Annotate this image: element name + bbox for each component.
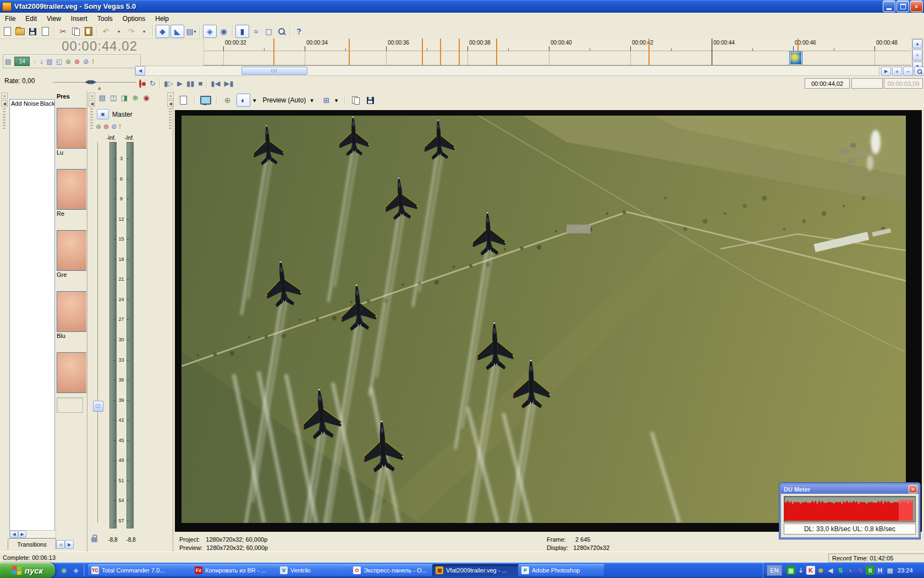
tray-download-master-icon[interactable]: ⇣ xyxy=(796,566,805,575)
close-icon[interactable]: × xyxy=(909,485,917,493)
solo-icon[interactable]: ! xyxy=(92,58,94,65)
master-fader-handle[interactable] xyxy=(93,401,103,412)
loop-playback-button[interactable]: ↻ xyxy=(150,80,156,87)
preset-thumbnail[interactable] xyxy=(57,352,86,393)
close-icon[interactable]: × xyxy=(1,92,8,99)
menu-view[interactable]: View xyxy=(42,14,66,24)
toolbar-selection-edit-tool[interactable]: ▢ xyxy=(262,25,275,37)
tray-print-spooler-icon[interactable]: ▤ xyxy=(886,566,894,575)
fx-list-item[interactable]: Black Restore xyxy=(39,100,55,107)
du-meter-titlebar[interactable]: DU Meter × xyxy=(781,484,919,494)
taskbar-button-vegas[interactable]: ▦Vfat2009trailer.veg - ... xyxy=(432,564,522,576)
master-fader-track[interactable] xyxy=(97,142,98,523)
toolbar-auto-ripple[interactable]: ◈ xyxy=(203,25,217,38)
toolbar-redo-dropdown[interactable]: ▾ xyxy=(138,25,150,37)
taskbar-button-ventrilo[interactable]: VVentrilo xyxy=(277,564,354,576)
tray-daemon-tools-icon[interactable]: ⊛ xyxy=(816,566,825,575)
delete-keyframe-icon[interactable]: ▨ xyxy=(46,58,52,65)
preset-thumbnail[interactable] xyxy=(57,169,86,210)
tray-traffic-inspector-icon[interactable]: ti xyxy=(866,566,875,575)
insert-bus-icon[interactable]: ◫ xyxy=(108,92,119,102)
tray-punto-switcher-icon[interactable]: ϟ xyxy=(856,566,865,575)
toolbar-project-properties[interactable] xyxy=(39,25,52,37)
duplicate-icon[interactable]: ◱ xyxy=(56,58,62,65)
cursor-time-display[interactable]: 00:00:44,02 xyxy=(805,78,850,89)
mute-icon[interactable]: ⊘ xyxy=(83,58,89,65)
tray-ics-manager-icon[interactable]: H xyxy=(876,566,884,575)
taskbar-button-opera[interactable]: OЭкспресс-панель - O... xyxy=(350,564,436,576)
save-snapshot-icon[interactable] xyxy=(364,94,377,106)
insert-input-bus-icon[interactable]: ⊕ xyxy=(130,92,141,102)
toolbar-undo-dropdown[interactable]: ▾ xyxy=(112,25,125,37)
menu-options[interactable]: Options xyxy=(118,14,150,24)
toolbar-new-project[interactable] xyxy=(1,25,14,37)
toolbar-lock-envelopes[interactable]: ◉ xyxy=(217,25,230,37)
tray-du-meter-icon[interactable]: ▦ xyxy=(787,566,795,575)
preview-quality-label[interactable]: Preview (Auto) xyxy=(263,96,306,104)
preview-quality-icon[interactable]: ◐ xyxy=(237,94,250,107)
fx-list-item[interactable]: Add Noise xyxy=(10,100,39,107)
plugin-chain-icon[interactable]: ⊕ xyxy=(96,123,101,130)
record-button[interactable] xyxy=(139,80,141,87)
toolbar-enable-snapping[interactable]: ◆ xyxy=(156,25,169,38)
selection-time-display[interactable] xyxy=(851,78,883,89)
copy-snapshot-icon[interactable] xyxy=(349,94,362,106)
toolbar-grid-dropdown[interactable]: ▤▾ xyxy=(185,25,197,37)
taskbar-button-total-commander[interactable]: TCTotal Commander 7.0... xyxy=(88,564,195,576)
toolbar-undo[interactable]: ↶ xyxy=(100,25,112,37)
timeline-clip-thumbnail[interactable] xyxy=(789,51,802,66)
timeline-marker[interactable] xyxy=(648,39,650,65)
move-up-icon[interactable]: ↑ xyxy=(33,58,36,65)
automation-gear-icon[interactable]: ⊛ xyxy=(103,123,109,130)
chevron-down-icon[interactable]: ▾ xyxy=(253,97,256,104)
preset-thumbnail[interactable] xyxy=(57,230,86,271)
collapse-icon[interactable]: ◀ xyxy=(89,100,95,107)
zoom-in-button[interactable]: + xyxy=(892,67,902,76)
insert-assignable-fx-icon[interactable]: ◨ xyxy=(119,92,130,102)
menu-file[interactable]: File xyxy=(0,14,20,24)
timeline-ruler[interactable]: 00:00:3200:00:3400:00:3600:00:3800:00:40… xyxy=(204,39,911,66)
timeline-marker[interactable] xyxy=(459,39,460,65)
move-down-icon[interactable]: ↓ xyxy=(40,58,43,65)
collapse-icon[interactable]: ◀ xyxy=(1,100,8,107)
tab-scroll-right-icon[interactable]: ▶ xyxy=(65,540,74,549)
toolbar-save[interactable] xyxy=(26,25,39,37)
zoom-tool-button[interactable] xyxy=(914,67,924,76)
scroll-up-icon[interactable]: ▲ xyxy=(912,39,922,48)
toolbar-normal-edit-tool[interactable]: ▮ xyxy=(235,25,249,38)
language-indicator[interactable]: EN xyxy=(767,565,782,576)
chevron-down-icon[interactable]: ▾ xyxy=(335,97,338,104)
taskbar-button-filezilla[interactable]: FzКопировать из BR - ... xyxy=(191,564,280,576)
grid-overlay-icon[interactable]: ⊞ xyxy=(320,94,333,106)
toolbar-copy[interactable] xyxy=(69,25,82,37)
zoom-out-button[interactable]: − xyxy=(903,67,913,76)
menu-help[interactable]: Help xyxy=(150,14,174,24)
go-to-end-button[interactable]: ▶▮ xyxy=(224,80,233,87)
minimize-button[interactable] xyxy=(883,1,895,12)
go-to-start-button[interactable]: ▮◀ xyxy=(211,80,220,87)
restore-button[interactable] xyxy=(897,1,909,12)
menu-tools[interactable]: Tools xyxy=(92,14,118,24)
timeline-marker[interactable] xyxy=(349,39,350,65)
toolbar-envelope-edit-tool[interactable]: ≈ xyxy=(250,25,262,37)
tray-sound-scheme-icon[interactable]: ◀ xyxy=(826,566,835,575)
tray-kaspersky-icon[interactable]: K xyxy=(806,566,815,575)
quick-launch-2-icon[interactable]: ◈ xyxy=(72,566,80,575)
taskbar-button-photoshop[interactable]: PAdobe Photoshop xyxy=(518,564,604,576)
quick-launch-1-icon[interactable]: ◉ xyxy=(59,566,68,575)
toolbar-redo[interactable]: ↷ xyxy=(125,25,138,37)
timeline-cursor[interactable] xyxy=(712,39,712,65)
tray-traffic-updown-icon[interactable]: ⇅ xyxy=(836,566,845,575)
video-fx-list[interactable]: Add NoiseBlack RestoreBlack and WhiteBor… xyxy=(9,99,55,531)
drag-handle[interactable] xyxy=(3,108,6,130)
close-icon[interactable]: × xyxy=(89,92,95,99)
collapse-icon[interactable]: ◀ xyxy=(167,100,174,107)
external-monitor-icon[interactable] xyxy=(199,94,212,106)
timeline-marker[interactable] xyxy=(273,39,274,65)
track-layers-icon[interactable]: ▤ xyxy=(5,58,11,65)
menu-insert[interactable]: Insert xyxy=(66,14,92,24)
timeline-marker[interactable] xyxy=(440,39,441,65)
pause-button[interactable]: ▮▮ xyxy=(186,80,194,87)
play-button[interactable]: ▶ xyxy=(177,80,183,87)
toolbar-quantize-to-frames[interactable]: ◣ xyxy=(170,25,184,38)
